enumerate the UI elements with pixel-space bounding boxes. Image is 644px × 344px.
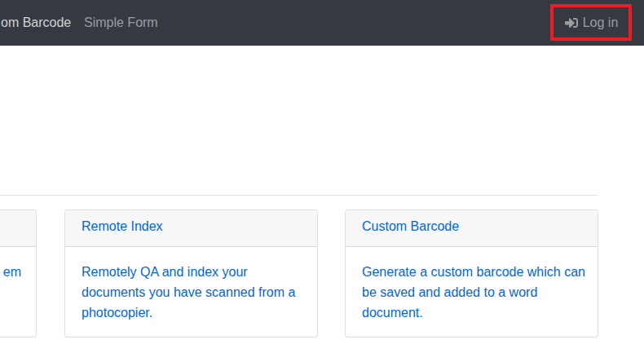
login-label: Log in	[583, 15, 619, 30]
navbar: om Barcode Simple Form Log in	[0, 0, 644, 46]
card-remote-index-title[interactable]: Remote Index	[65, 210, 317, 247]
login-highlight-annotation: Log in	[550, 4, 632, 41]
card-partial: em	[0, 209, 37, 337]
page: om Barcode Simple Form Log in em Remote …	[0, 0, 644, 344]
sign-in-icon	[564, 16, 579, 29]
card-partial-title[interactable]	[0, 210, 36, 247]
section-divider	[0, 195, 598, 196]
nav-item-simple-form[interactable]: Simple Form	[84, 0, 158, 46]
card-custom-barcode-body-link[interactable]: Generate a custom barcode which can be s…	[346, 247, 598, 337]
card-custom-barcode-title[interactable]: Custom Barcode	[346, 210, 598, 247]
card-remote-index: Remote Index Remotely QA and index your …	[64, 209, 318, 337]
login-link[interactable]: Log in	[564, 15, 619, 30]
card-custom-barcode: Custom Barcode Generate a custom barcode…	[345, 209, 598, 337]
card-partial-body-link[interactable]: em	[0, 247, 36, 297]
card-remote-index-body-link[interactable]: Remotely QA and index your documents you…	[65, 247, 317, 337]
nav-item-custom-barcode[interactable]: om Barcode	[1, 0, 71, 46]
